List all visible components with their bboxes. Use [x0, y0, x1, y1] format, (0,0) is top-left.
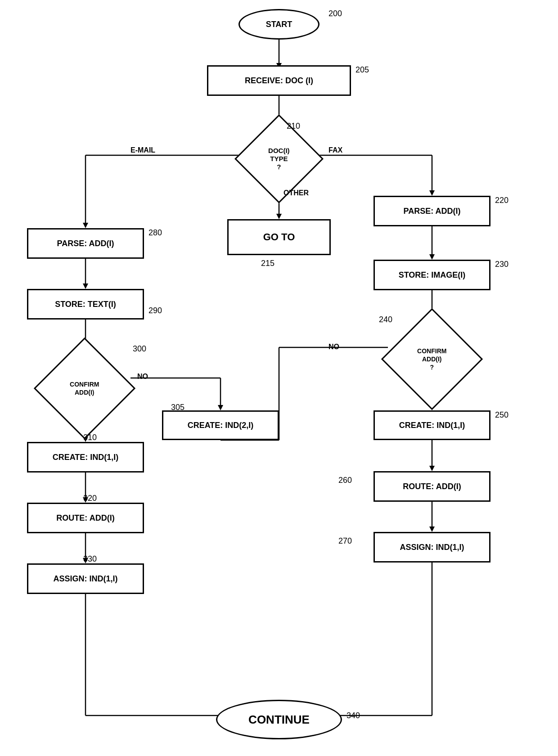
ref-330: 330	[83, 554, 97, 564]
ref-260: 260	[338, 476, 352, 485]
confirm-fax-container: CONFIRM ADD(I) ?	[388, 315, 476, 403]
confirm-email-container: CONFIRM ADD(I)	[40, 344, 129, 432]
confirm-email-node: CONFIRM ADD(I)	[34, 338, 135, 439]
other-label: OTHER	[284, 189, 309, 197]
ref-340: 340	[346, 711, 360, 720]
parse-email-label: PARSE: ADD(I)	[57, 239, 114, 248]
ref-300: 300	[133, 344, 146, 354]
svg-marker-6	[83, 223, 88, 228]
create-ind1-fax-label: CREATE: IND(1,I)	[399, 421, 465, 430]
store-image-label: STORE: IMAGE(I)	[399, 270, 466, 280]
ref-205: 205	[356, 65, 369, 75]
goto-node: GO TO	[227, 219, 331, 255]
assign-email-node: ASSIGN: IND(1,I)	[27, 563, 144, 594]
svg-marker-28	[83, 284, 88, 289]
receive-label: RECEIVE: DOC (I)	[245, 76, 313, 86]
svg-marker-13	[429, 254, 435, 260]
fax-label: FAX	[328, 146, 342, 154]
ref-310: 310	[83, 433, 97, 442]
confirm-fax-node: CONFIRM ADD(I) ?	[381, 308, 483, 410]
ref-220: 220	[495, 196, 508, 205]
create-ind1-email-label: CREATE: IND(1,I)	[53, 453, 119, 462]
ref-270: 270	[338, 536, 352, 546]
ref-230: 230	[495, 260, 508, 269]
assign-fax-node: ASSIGN: IND(1,I)	[374, 532, 490, 562]
route-email-label: ROUTE: ADD(I)	[56, 513, 114, 523]
ref-250: 250	[495, 410, 508, 420]
store-text-node: STORE: TEXT(I)	[27, 289, 144, 320]
create-ind2-label: CREATE: IND(2,I)	[188, 421, 254, 430]
ref-240: 240	[379, 315, 392, 324]
svg-marker-23	[429, 526, 435, 532]
ref-215: 215	[261, 259, 274, 268]
confirm-email-label: CONFIRM ADD(I)	[70, 381, 99, 396]
continue-label: CONTINUE	[248, 713, 310, 727]
create-ind1-fax-node: CREATE: IND(1,I)	[374, 410, 490, 440]
parse-fax-label: PARSE: ADD(I)	[404, 207, 461, 216]
ref-305: 305	[171, 403, 184, 412]
assign-fax-label: ASSIGN: IND(1,I)	[400, 543, 464, 552]
ref-200: 200	[328, 9, 342, 18]
goto-label: GO TO	[263, 231, 295, 243]
no-email-label: NO	[137, 373, 148, 381]
assign-email-label: ASSIGN: IND(1,I)	[53, 574, 117, 584]
doctype-label: DOC(I) TYPE ?	[268, 147, 290, 171]
parse-email-node: PARSE: ADD(I)	[27, 228, 144, 259]
start-label: START	[266, 20, 292, 29]
doctype-diamond-container: DOC(I) TYPE ?	[242, 122, 316, 196]
flowchart: START 200 RECEIVE: DOC (I) 205 DOC(I) TY…	[0, 0, 558, 756]
start-node: START	[238, 9, 320, 40]
create-ind2-node: CREATE: IND(2,I)	[162, 410, 279, 440]
ref-320: 320	[83, 494, 97, 503]
parse-fax-node: PARSE: ADD(I)	[374, 196, 490, 226]
continue-node: CONTINUE	[216, 700, 342, 739]
ref-290: 290	[148, 306, 162, 315]
svg-marker-33	[218, 405, 223, 410]
svg-marker-11	[276, 214, 282, 219]
no-fax-label: NO	[328, 343, 339, 351]
ref-280: 280	[148, 228, 162, 238]
store-image-node: STORE: IMAGE(I)	[374, 260, 490, 290]
receive-node: RECEIVE: DOC (I)	[207, 65, 351, 96]
route-fax-node: ROUTE: ADD(I)	[374, 471, 490, 502]
store-text-label: STORE: TEXT(I)	[55, 300, 116, 309]
svg-marker-21	[429, 466, 435, 471]
email-label: E-MAIL	[130, 146, 155, 154]
route-fax-label: ROUTE: ADD(I)	[403, 482, 461, 491]
ref-210: 210	[287, 122, 300, 131]
create-ind1-email-node: CREATE: IND(1,I)	[27, 442, 144, 472]
confirm-fax-label: CONFIRM ADD(I) ?	[417, 347, 446, 371]
route-email-node: ROUTE: ADD(I)	[27, 503, 144, 533]
svg-marker-9	[429, 190, 435, 196]
doctype-node: DOC(I) TYPE ?	[234, 114, 324, 203]
